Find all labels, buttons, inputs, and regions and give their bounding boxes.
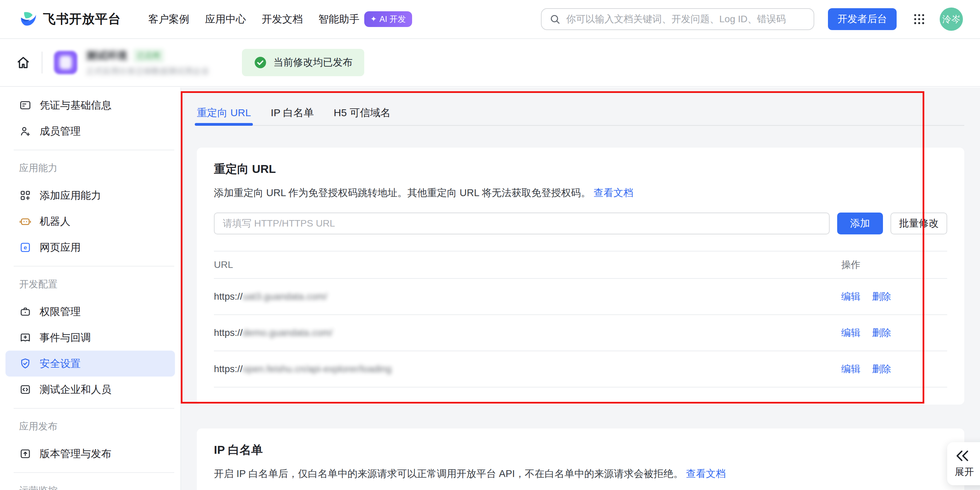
sidebar-divider: [14, 150, 174, 150]
global-search: [541, 8, 814, 30]
feishu-bird-icon: [19, 10, 38, 29]
table-row: https:// open.feishu.cn/api-explorer/loa…: [214, 351, 947, 388]
table-row: https:// demo.guandata.com/ 编辑 删除: [214, 315, 947, 351]
ai-dev-badge: ✦ AI 开发: [364, 11, 412, 27]
column-header-actions: 操作: [841, 258, 947, 271]
url-redacted: uat3.guandata.com/: [243, 291, 327, 302]
edit-link[interactable]: 编辑: [841, 290, 861, 303]
batch-edit-button[interactable]: 批量修改: [891, 213, 947, 234]
grid-plus-icon: [19, 189, 32, 202]
code-square-icon: [19, 383, 32, 396]
sidebar-item-test-org[interactable]: 测试企业和人员: [5, 377, 175, 402]
add-button[interactable]: 添加: [837, 213, 883, 234]
search-input[interactable]: [565, 13, 810, 25]
nav-item-ai-assistant[interactable]: 智能助手 ✦ AI 开发: [318, 11, 412, 27]
delete-link[interactable]: 删除: [872, 363, 891, 375]
url-prefix: https://: [214, 327, 243, 338]
sidebar: 凭证与基础信息 成员管理 应用能力 添加应用能力 机器人: [0, 88, 181, 490]
svg-text:e: e: [24, 244, 27, 251]
view-docs-link[interactable]: 查看文档: [593, 187, 633, 198]
sidebar-divider: [14, 266, 174, 267]
developer-console-button[interactable]: 开发者后台: [828, 8, 897, 30]
nav-item-app-center[interactable]: 应用中心: [205, 12, 246, 26]
sidebar-item-add-capability[interactable]: 添加应用能力: [5, 183, 175, 208]
sidebar-divider: [14, 408, 174, 409]
shield-check-icon: [19, 358, 32, 370]
app-meta: 测试环境 已启用 正式应用分发迁移数据测试用企业: [86, 49, 209, 76]
id-card-icon: [19, 99, 32, 111]
sidebar-section-capability: 应用能力: [0, 154, 180, 183]
content-area: 凭证与基础信息 成员管理 应用能力 添加应用能力 机器人: [0, 88, 980, 490]
card-description: 添加重定向 URL 作为免登授权码跳转地址。其他重定向 URL 将无法获取免登授…: [214, 186, 947, 200]
ai-assistant-label: 智能助手: [318, 12, 360, 26]
sidebar-item-security[interactable]: 安全设置: [5, 351, 175, 377]
event-callback-icon: [19, 331, 32, 344]
sidebar-item-version[interactable]: 版本管理与发布: [5, 441, 175, 467]
primary-nav: 客户案例 应用中心 开发文档: [148, 12, 303, 26]
header-divider: [42, 52, 42, 73]
column-header-url: URL: [214, 259, 841, 270]
ip-whitelist-card: IP 白名单 开启 IP 白名单后，仅白名单中的来源请求可以正常调用开放平台 A…: [197, 428, 964, 490]
sidebar-divider: [14, 472, 174, 473]
url-redacted: demo.guandata.com/: [243, 327, 332, 338]
table-row: https:// uat3.guandata.com/ 编辑 删除: [214, 279, 947, 315]
publish-status-text: 当前修改均已发布: [274, 56, 353, 69]
sidebar-item-web-app[interactable]: e 网页应用: [5, 234, 175, 260]
redirect-url-card: 重定向 URL 添加重定向 URL 作为免登授权码跳转地址。其他重定向 URL …: [197, 148, 964, 404]
add-url-row: 添加 批量修改: [214, 213, 947, 234]
web-app-icon: e: [19, 241, 32, 253]
collapse-left-icon: [955, 449, 971, 463]
url-redacted: open.feishu.cn/api-explorer/loading: [243, 364, 391, 374]
url-prefix: https://: [214, 364, 243, 374]
security-tabs: 重定向 URL IP 白名单 H5 可信域名: [197, 100, 964, 126]
publish-status-pill: 当前修改均已发布: [242, 49, 364, 76]
briefcase-icon: [19, 305, 32, 318]
nav-item-docs[interactable]: 开发文档: [262, 12, 303, 26]
card-title: IP 白名单: [214, 442, 947, 457]
tab-redirect-url[interactable]: 重定向 URL: [197, 100, 251, 125]
card-title: 重定向 URL: [214, 161, 947, 176]
tab-ip-whitelist[interactable]: IP 白名单: [270, 100, 314, 125]
app-grid-icon[interactable]: [912, 12, 926, 26]
user-avatar[interactable]: 泠岑: [940, 8, 963, 31]
sidebar-item-credentials[interactable]: 凭证与基础信息: [5, 92, 175, 118]
logo-title: 飞书开放平台: [43, 11, 121, 28]
top-navigation: 飞书开放平台 客户案例 应用中心 开发文档 智能助手 ✦ AI 开发 开发者后台…: [0, 0, 980, 38]
main-panel: 重定向 URL IP 白名单 H5 可信域名 重定向 URL 添加重定向 URL…: [181, 88, 980, 490]
user-plus-icon: [19, 125, 32, 137]
app-status-badge-redacted: 已启用: [133, 49, 164, 62]
sidebar-item-members[interactable]: 成员管理: [5, 118, 175, 144]
sidebar-item-permissions[interactable]: 权限管理: [5, 299, 175, 325]
redirect-url-table: URL 操作 https:// uat3.guandata.com/ 编辑 删除: [214, 251, 947, 388]
redirect-url-input[interactable]: [214, 213, 830, 234]
sidebar-item-bot[interactable]: 机器人: [5, 208, 175, 234]
sidebar-section-dev-config: 开发配置: [0, 270, 180, 299]
app-subtitle-redacted: 正式应用分发迁移数据测试用企业: [86, 65, 209, 76]
delete-link[interactable]: 删除: [872, 326, 891, 339]
view-docs-link[interactable]: 查看文档: [686, 468, 726, 479]
card-description: 开启 IP 白名单后，仅白名单中的来源请求可以正常调用开放平台 API，不在白名…: [214, 467, 947, 480]
app-avatar: [54, 51, 77, 74]
sidebar-section-ops-monitor: 运营监控: [0, 476, 180, 490]
sidebar-section-release: 应用发布: [0, 412, 180, 441]
nav-item-cases[interactable]: 客户案例: [148, 12, 189, 26]
check-circle-icon: [253, 56, 267, 69]
app-name-redacted: 测试环境: [86, 49, 127, 63]
robot-icon: [19, 215, 32, 228]
url-prefix: https://: [214, 291, 243, 302]
publish-up-icon: [19, 448, 32, 460]
sidebar-item-events[interactable]: 事件与回调: [5, 325, 175, 351]
tab-h5-trusted-domain[interactable]: H5 可信域名: [334, 100, 391, 125]
sparkle-icon: ✦: [371, 15, 377, 23]
home-icon[interactable]: [14, 53, 33, 72]
table-header: URL 操作: [214, 251, 947, 279]
feishu-logo[interactable]: 飞书开放平台: [19, 10, 121, 29]
app-header-bar: 测试环境 已启用 正式应用分发迁移数据测试用企业 当前修改均已发布: [0, 38, 980, 87]
expand-panel-button[interactable]: 展开: [947, 442, 980, 485]
search-icon: [549, 13, 561, 25]
edit-link[interactable]: 编辑: [841, 326, 861, 339]
edit-link[interactable]: 编辑: [841, 363, 861, 375]
expand-label: 展开: [955, 465, 974, 478]
delete-link[interactable]: 删除: [872, 290, 891, 303]
